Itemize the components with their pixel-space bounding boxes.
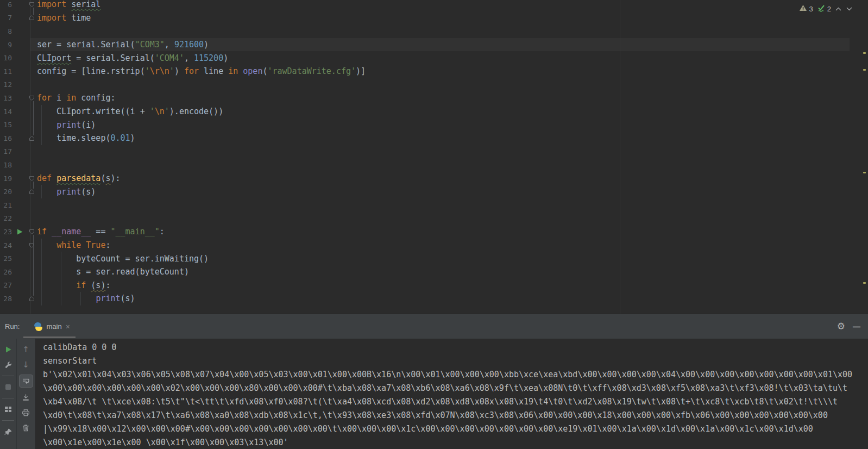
fold-start-icon[interactable] (27, 95, 36, 101)
print-icon[interactable] (20, 407, 32, 419)
error-stripe-mark[interactable] (863, 69, 866, 71)
code-line[interactable]: 23if __name__ == "__main__": (0, 225, 850, 239)
code-text: byteCount = ser.inWaiting() (36, 254, 209, 264)
line-number[interactable]: 12 (0, 80, 12, 89)
fold-end-icon[interactable] (27, 135, 36, 141)
line-number[interactable]: 11 (0, 67, 12, 76)
gear-icon[interactable]: ⚙ (837, 322, 845, 331)
line-number[interactable]: 7 (0, 14, 12, 22)
prev-highlight-button[interactable] (835, 5, 842, 13)
code-line[interactable]: 24 while True: (0, 239, 850, 252)
line-number[interactable]: 15 (0, 121, 12, 129)
fold-start-icon[interactable] (27, 176, 36, 182)
fold-connector (33, 101, 34, 135)
code-text: import serial (36, 0, 100, 9)
line-number[interactable]: 22 (0, 214, 12, 222)
console-line: sensorStart (43, 354, 868, 368)
fold-connector (33, 182, 34, 189)
trash-icon[interactable] (20, 422, 32, 434)
line-number[interactable]: 14 (0, 108, 12, 116)
code-text: CLIport.write((i + '\n').encode()) (36, 107, 223, 116)
line-number[interactable]: 21 (0, 201, 12, 209)
pin-icon[interactable] (2, 426, 14, 438)
code-line[interactable]: 10CLIport = serial.Serial('COM4', 115200… (0, 51, 850, 65)
code-line[interactable]: 19def parsedata(s): (0, 172, 850, 185)
code-line[interactable]: 26 s = ser.read(byteCount) (0, 265, 850, 279)
scroll-to-end-button[interactable] (20, 391, 32, 403)
code-line[interactable]: 7import time (0, 11, 850, 25)
fold-start-icon[interactable] (27, 242, 36, 248)
code-text: import time (36, 13, 91, 23)
line-number[interactable]: 8 (0, 27, 12, 35)
close-icon[interactable]: × (66, 322, 70, 331)
code-line[interactable]: 17 (0, 145, 850, 159)
line-number[interactable]: 19 (0, 174, 12, 183)
code-line[interactable]: 15 print(i) (0, 118, 850, 132)
rerun-button[interactable] (2, 344, 14, 356)
line-number[interactable]: 20 (0, 188, 12, 196)
line-number[interactable]: 23 (0, 228, 12, 236)
code-line[interactable]: 18 (0, 158, 850, 172)
soft-wrap-toggle[interactable] (19, 375, 33, 388)
run-line-icon[interactable] (12, 228, 27, 235)
fold-end-icon[interactable] (27, 296, 36, 302)
code-line[interactable]: 22 (0, 212, 850, 226)
code-line[interactable]: 8 (0, 24, 850, 38)
code-line[interactable]: 20 print(s) (0, 185, 850, 198)
next-highlight-button[interactable] (846, 5, 853, 13)
line-number[interactable]: 13 (0, 94, 12, 102)
restore-layout-button[interactable] (2, 403, 14, 415)
typos-indicator[interactable]: 2 (817, 4, 831, 14)
error-stripe-mark[interactable] (863, 172, 866, 173)
error-stripe-mark[interactable] (863, 52, 866, 54)
line-number[interactable]: 26 (0, 268, 12, 276)
code-line[interactable]: 13for i in config: (0, 91, 850, 105)
line-number[interactable]: 27 (0, 281, 12, 289)
code-text: while True: (36, 240, 110, 250)
fold-start-icon[interactable] (27, 229, 36, 235)
code-line[interactable]: 6import serial (0, 0, 850, 11)
code-line[interactable]: 12 (0, 78, 850, 92)
fold-connector (33, 8, 34, 15)
tab-main[interactable]: main × (30, 314, 73, 339)
stop-button[interactable] (2, 381, 14, 393)
line-number[interactable]: 25 (0, 254, 12, 263)
code-line[interactable]: 28 print(s) (0, 292, 850, 305)
line-number[interactable]: 18 (0, 161, 12, 169)
run-panel-title: Run: (5, 322, 20, 330)
line-number[interactable]: 28 (0, 295, 12, 303)
code-text: if (s): (36, 280, 110, 290)
toolbar-separator (2, 398, 14, 398)
fold-end-icon[interactable] (27, 15, 36, 21)
warnings-indicator[interactable]: 3 (799, 4, 813, 13)
run-tool-window: Run: main × ⚙ — (0, 314, 868, 449)
down-stack-trace-button[interactable]: ↓ (20, 359, 32, 371)
line-number[interactable]: 6 (0, 1, 12, 9)
line-number[interactable]: 16 (0, 134, 12, 142)
code-line[interactable]: 27 if (s): (0, 279, 850, 292)
code-text: def parsedata(s): (36, 173, 121, 183)
error-stripe-mark[interactable] (863, 282, 866, 284)
code-line[interactable]: 25 byteCount = ser.inWaiting() (0, 252, 850, 265)
fold-end-icon[interactable] (27, 189, 36, 195)
minimize-icon[interactable]: — (853, 322, 860, 331)
line-number[interactable]: 24 (0, 241, 12, 250)
line-number[interactable]: 17 (0, 147, 12, 155)
inspections-widget[interactable]: 3 2 (799, 4, 853, 14)
code-line[interactable]: 9ser = serial.Serial("COM3", 921600) (0, 38, 850, 52)
console-line: \x00\x00\x00\x00\x00\x00\x02\x00\x00\x00… (43, 382, 868, 395)
code-editor[interactable]: 6import serial7import time89ser = serial… (0, 0, 868, 314)
line-number[interactable]: 9 (0, 41, 12, 49)
code-line[interactable]: 21 (0, 198, 850, 212)
wrench-icon[interactable] (2, 359, 14, 371)
run-toolbar-left (0, 339, 17, 449)
line-number[interactable]: 10 (0, 54, 12, 62)
code-area[interactable]: 6import serial7import time89ser = serial… (0, 0, 868, 314)
code-line[interactable]: 16 time.sleep(0.01) (0, 132, 850, 145)
code-text: time.sleep(0.01) (36, 133, 135, 143)
up-stack-trace-button[interactable]: ↑ (20, 344, 32, 356)
code-line[interactable]: 11config = [line.rstrip('\r\n') for line… (0, 65, 850, 78)
console-output[interactable]: calibData 0 0 0sensorStartb'\x02\x01\x04… (35, 339, 868, 449)
code-line[interactable]: 14 CLIport.write((i + '\n').encode()) (0, 105, 850, 119)
fold-start-icon[interactable] (27, 2, 36, 8)
